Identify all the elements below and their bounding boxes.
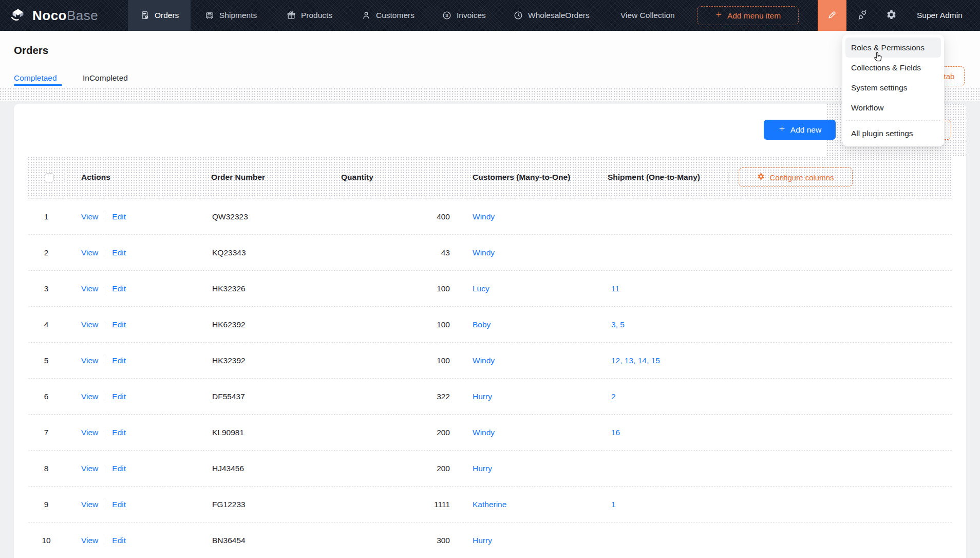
menu-item-collections-fields[interactable]: Collections & Fields xyxy=(845,58,941,78)
nav-item-view-collection[interactable]: View Collection xyxy=(620,0,675,31)
column-separator xyxy=(728,172,729,183)
menu-item-roles-permissions[interactable]: Roles & Permissions xyxy=(845,38,941,58)
shipment-link[interactable]: 11 xyxy=(611,271,619,307)
order-number-cell: DF55437 xyxy=(212,379,245,415)
nav-item-shipments[interactable]: Shipments xyxy=(204,0,257,31)
quantity-cell: 300 xyxy=(333,523,450,558)
customer-link[interactable]: Hurry xyxy=(473,379,492,415)
gear-icon xyxy=(886,9,897,22)
plus-icon xyxy=(778,125,786,135)
nav-item-wholesaleorders[interactable]: WholesaleOrders xyxy=(513,0,590,31)
menu-item-system-settings[interactable]: System settings xyxy=(845,78,941,98)
shipment-link[interactable]: 2 xyxy=(611,379,616,415)
add-new-button[interactable]: Add new xyxy=(764,120,836,140)
view-link[interactable]: View xyxy=(81,464,98,473)
quantity-cell: 100 xyxy=(333,343,450,379)
configure-columns-label: Configure columns xyxy=(769,173,834,182)
app-screen: NocoBase Orders xyxy=(0,0,980,558)
tab-completaed[interactable]: Completaed xyxy=(14,71,57,85)
edit-link[interactable]: Edit xyxy=(112,248,126,257)
user-menu[interactable]: Super Admin xyxy=(917,0,963,31)
view-link[interactable]: View xyxy=(81,212,98,221)
link-divider xyxy=(105,249,105,257)
edit-link[interactable]: Edit xyxy=(112,536,126,545)
edit-link[interactable]: Edit xyxy=(112,392,126,401)
nav-item-label: Invoices xyxy=(457,11,486,20)
nav-item-products[interactable]: Products xyxy=(286,0,332,31)
row-index: 6 xyxy=(36,379,56,415)
edit-link[interactable]: Edit xyxy=(112,500,126,509)
edit-link[interactable]: Edit xyxy=(112,212,126,221)
edit-link[interactable]: Edit xyxy=(112,284,126,293)
edit-link[interactable]: Edit xyxy=(112,356,126,365)
nav-item-label: Shipments xyxy=(219,11,257,20)
page-title: Orders xyxy=(14,44,48,57)
table-row: 2 ViewEdit KQ23343 43 Windy xyxy=(28,235,952,271)
designer-toggle-button[interactable] xyxy=(818,0,846,31)
app-logo[interactable]: NocoBase xyxy=(9,0,98,31)
table-row: 10 ViewEdit BN36454 300 Hurry xyxy=(28,523,952,558)
orders-table: Actions Order Number Quantity Customers … xyxy=(28,157,952,558)
nav-item-orders[interactable]: Orders xyxy=(128,0,191,31)
plug-icon xyxy=(857,9,868,22)
row-index: 8 xyxy=(36,451,56,487)
column-separator xyxy=(64,172,65,183)
menu-item-all-plugin-settings[interactable]: All plugin settings xyxy=(845,123,941,143)
view-link[interactable]: View xyxy=(81,284,98,293)
view-link[interactable]: View xyxy=(81,320,98,329)
designer-dotted-band xyxy=(0,88,980,101)
quantity-cell: 322 xyxy=(333,379,450,415)
customer-link[interactable]: Windy xyxy=(473,199,495,235)
gear-icon xyxy=(757,173,765,182)
nav-item-customers[interactable]: Customers xyxy=(361,0,414,31)
order-number-cell: KQ23343 xyxy=(212,235,246,271)
quantity-cell: 43 xyxy=(333,235,450,271)
order-number-cell: KL90981 xyxy=(212,415,244,451)
shipment-link[interactable]: 3, 5 xyxy=(611,307,625,343)
plugins-button[interactable] xyxy=(852,0,873,31)
edit-link[interactable]: Edit xyxy=(112,320,126,329)
link-divider xyxy=(105,357,105,365)
order-number-cell: HK32392 xyxy=(212,343,246,379)
customer-link[interactable]: Boby xyxy=(473,307,491,343)
settings-menu: Roles & Permissions Collections & Fields… xyxy=(842,34,944,146)
customer-link[interactable]: Lucy xyxy=(473,271,489,307)
row-index: 7 xyxy=(36,415,56,451)
view-link[interactable]: View xyxy=(81,536,98,545)
shipment-link[interactable]: 12, 13, 14, 15 xyxy=(611,343,660,379)
orders-icon xyxy=(140,10,150,21)
add-menu-item-button[interactable]: Add menu item xyxy=(697,6,799,25)
edit-link[interactable]: Edit xyxy=(112,464,126,473)
view-link[interactable]: View xyxy=(81,428,98,437)
settings-button[interactable] xyxy=(881,0,901,31)
column-separator xyxy=(597,172,597,183)
nav-item-invoices[interactable]: S Invoices xyxy=(442,0,486,31)
customer-link[interactable]: Katherine xyxy=(473,487,506,523)
column-separator xyxy=(333,172,333,183)
customer-link[interactable]: Hurry xyxy=(473,523,492,558)
customer-link[interactable]: Windy xyxy=(473,343,495,379)
select-all-checkbox[interactable] xyxy=(45,173,54,182)
customer-link[interactable]: Windy xyxy=(473,415,495,451)
menu-item-workflow[interactable]: Workflow xyxy=(845,98,941,118)
link-divider xyxy=(105,285,105,293)
configure-columns-button[interactable]: Configure columns xyxy=(739,168,853,187)
view-link[interactable]: View xyxy=(81,356,98,365)
menu-divider xyxy=(846,120,940,121)
link-divider xyxy=(105,465,105,473)
logo-text-light: Base xyxy=(67,8,98,23)
shipment-link[interactable]: 16 xyxy=(611,415,620,451)
edit-link[interactable]: Edit xyxy=(112,428,126,437)
customer-link[interactable]: Hurry xyxy=(473,451,492,487)
clock-icon xyxy=(513,10,523,21)
tab-incompleted[interactable]: InCompleted xyxy=(83,71,128,85)
nav-item-label: WholesaleOrders xyxy=(528,11,590,20)
view-link[interactable]: View xyxy=(81,500,98,509)
shipment-link[interactable]: 1 xyxy=(611,487,616,523)
top-navbar: NocoBase Orders xyxy=(0,0,980,31)
logo-text-bold: Noco xyxy=(32,8,67,23)
order-number-cell: HK62392 xyxy=(212,307,246,343)
view-link[interactable]: View xyxy=(81,392,98,401)
customer-link[interactable]: Windy xyxy=(473,235,495,271)
view-link[interactable]: View xyxy=(81,248,98,257)
